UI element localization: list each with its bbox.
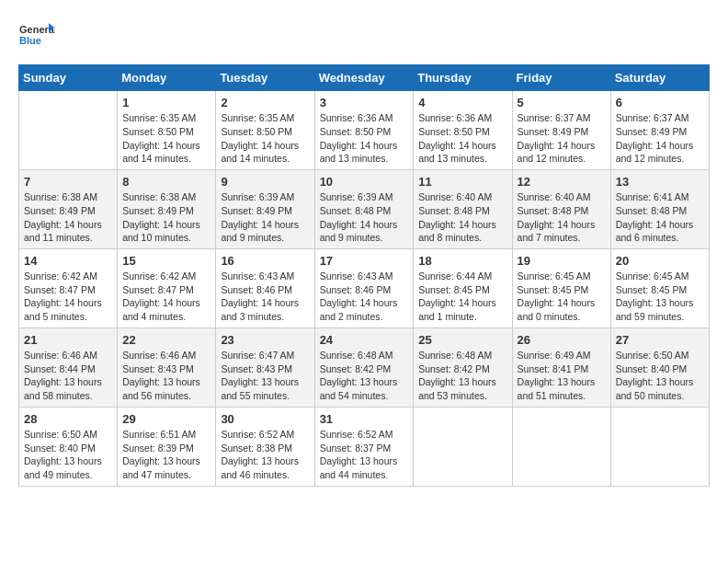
day-number: 21 [24,332,112,349]
day-info: Sunrise: 6:45 AM Sunset: 8:45 PM Dayligh… [616,270,704,324]
day-info: Sunrise: 6:38 AM Sunset: 8:49 PM Dayligh… [122,190,210,245]
day-info: Sunrise: 6:48 AM Sunset: 8:42 PM Dayligh… [418,349,506,403]
day-number: 28 [24,411,112,428]
calendar-cell: 5Sunrise: 6:37 AM Sunset: 8:49 PM Daylig… [512,91,610,170]
day-number: 9 [221,174,309,190]
calendar-cell: 10Sunrise: 6:39 AM Sunset: 8:48 PM Dayli… [314,169,414,248]
day-info: Sunrise: 6:35 AM Sunset: 8:50 PM Dayligh… [221,111,309,166]
day-number: 2 [221,95,309,111]
week-row-2: 7Sunrise: 6:38 AM Sunset: 8:49 PM Daylig… [19,169,710,248]
day-info: Sunrise: 6:52 AM Sunset: 8:38 PM Dayligh… [221,428,309,482]
col-header-monday: Monday [118,65,216,91]
day-number: 20 [616,253,704,270]
day-number: 8 [122,174,210,190]
day-info: Sunrise: 6:38 AM Sunset: 8:49 PM Dayligh… [24,190,112,245]
day-info: Sunrise: 6:42 AM Sunset: 8:47 PM Dayligh… [24,270,112,324]
calendar-cell: 29Sunrise: 6:51 AM Sunset: 8:39 PM Dayli… [118,407,216,486]
calendar-cell: 19Sunrise: 6:45 AM Sunset: 8:45 PM Dayli… [512,248,610,327]
day-info: Sunrise: 6:39 AM Sunset: 8:48 PM Dayligh… [320,190,409,245]
day-number: 26 [518,332,606,349]
day-info: Sunrise: 6:47 AM Sunset: 8:43 PM Dayligh… [221,349,309,403]
calendar-cell [19,91,118,170]
col-header-wednesday: Wednesday [314,65,414,91]
calendar-cell: 6Sunrise: 6:37 AM Sunset: 8:49 PM Daylig… [610,91,709,170]
day-info: Sunrise: 6:42 AM Sunset: 8:47 PM Dayligh… [122,270,210,324]
calendar-cell: 4Sunrise: 6:36 AM Sunset: 8:50 PM Daylig… [414,91,512,170]
day-info: Sunrise: 6:36 AM Sunset: 8:50 PM Dayligh… [320,111,409,166]
logo: General Blue [18,18,55,55]
day-number: 6 [616,95,704,111]
day-number: 4 [418,95,506,111]
day-info: Sunrise: 6:35 AM Sunset: 8:50 PM Dayligh… [122,111,210,166]
day-info: Sunrise: 6:36 AM Sunset: 8:50 PM Dayligh… [418,111,506,166]
calendar-cell: 22Sunrise: 6:46 AM Sunset: 8:43 PM Dayli… [118,327,216,407]
calendar-cell: 21Sunrise: 6:46 AM Sunset: 8:44 PM Dayli… [19,327,118,407]
day-number: 31 [320,411,409,428]
day-info: Sunrise: 6:37 AM Sunset: 8:49 PM Dayligh… [518,111,606,166]
calendar-cell: 28Sunrise: 6:50 AM Sunset: 8:40 PM Dayli… [19,407,118,486]
day-number: 10 [320,174,409,190]
day-number: 5 [518,95,606,111]
day-info: Sunrise: 6:51 AM Sunset: 8:39 PM Dayligh… [122,428,210,482]
calendar-cell: 9Sunrise: 6:39 AM Sunset: 8:49 PM Daylig… [216,169,314,248]
day-number: 29 [122,411,210,428]
day-number: 15 [122,253,210,270]
day-number: 17 [320,253,409,270]
day-number: 12 [518,174,606,190]
day-number: 22 [122,332,210,349]
col-header-saturday: Saturday [610,65,709,91]
calendar-cell: 25Sunrise: 6:48 AM Sunset: 8:42 PM Dayli… [414,327,512,407]
svg-text:Blue: Blue [19,35,41,46]
week-row-5: 28Sunrise: 6:50 AM Sunset: 8:40 PM Dayli… [19,407,710,486]
calendar-cell: 1Sunrise: 6:35 AM Sunset: 8:50 PM Daylig… [118,91,216,170]
week-row-4: 21Sunrise: 6:46 AM Sunset: 8:44 PM Dayli… [19,327,710,407]
day-info: Sunrise: 6:39 AM Sunset: 8:49 PM Dayligh… [221,190,309,245]
calendar-cell: 15Sunrise: 6:42 AM Sunset: 8:47 PM Dayli… [118,248,216,327]
day-number: 27 [616,332,704,349]
day-info: Sunrise: 6:46 AM Sunset: 8:43 PM Dayligh… [122,349,210,403]
calendar-cell [512,407,610,486]
day-number: 16 [221,253,309,270]
calendar-cell: 18Sunrise: 6:44 AM Sunset: 8:45 PM Dayli… [414,248,512,327]
calendar-cell: 11Sunrise: 6:40 AM Sunset: 8:48 PM Dayli… [414,169,512,248]
day-info: Sunrise: 6:50 AM Sunset: 8:40 PM Dayligh… [616,349,704,403]
day-info: Sunrise: 6:48 AM Sunset: 8:42 PM Dayligh… [320,349,409,403]
day-info: Sunrise: 6:37 AM Sunset: 8:49 PM Dayligh… [616,111,704,166]
calendar-cell: 2Sunrise: 6:35 AM Sunset: 8:50 PM Daylig… [216,91,314,170]
day-info: Sunrise: 6:40 AM Sunset: 8:48 PM Dayligh… [418,190,506,245]
calendar-cell: 3Sunrise: 6:36 AM Sunset: 8:50 PM Daylig… [314,91,414,170]
day-info: Sunrise: 6:45 AM Sunset: 8:45 PM Dayligh… [518,270,606,324]
col-header-tuesday: Tuesday [216,65,314,91]
calendar-cell: 20Sunrise: 6:45 AM Sunset: 8:45 PM Dayli… [610,248,709,327]
day-number: 24 [320,332,409,349]
calendar-cell: 14Sunrise: 6:42 AM Sunset: 8:47 PM Dayli… [19,248,118,327]
calendar-cell: 27Sunrise: 6:50 AM Sunset: 8:40 PM Dayli… [610,327,709,407]
col-header-sunday: Sunday [19,65,118,91]
calendar-cell: 23Sunrise: 6:47 AM Sunset: 8:43 PM Dayli… [216,327,314,407]
calendar-header-row: SundayMondayTuesdayWednesdayThursdayFrid… [19,65,710,91]
day-number: 30 [221,411,309,428]
day-info: Sunrise: 6:52 AM Sunset: 8:37 PM Dayligh… [320,428,409,482]
day-number: 3 [320,95,409,111]
day-number: 14 [24,253,112,270]
day-info: Sunrise: 6:43 AM Sunset: 8:46 PM Dayligh… [320,270,409,324]
day-info: Sunrise: 6:43 AM Sunset: 8:46 PM Dayligh… [221,270,309,324]
day-number: 7 [24,174,112,190]
calendar-cell: 31Sunrise: 6:52 AM Sunset: 8:37 PM Dayli… [314,407,414,486]
logo-svg: General Blue [18,18,55,55]
calendar-cell: 13Sunrise: 6:41 AM Sunset: 8:48 PM Dayli… [610,169,709,248]
calendar-cell: 17Sunrise: 6:43 AM Sunset: 8:46 PM Dayli… [314,248,414,327]
calendar-cell: 24Sunrise: 6:48 AM Sunset: 8:42 PM Dayli… [314,327,414,407]
page-header: General Blue [18,18,710,55]
day-number: 18 [418,253,506,270]
col-header-thursday: Thursday [414,65,512,91]
day-number: 23 [221,332,309,349]
calendar-cell [414,407,512,486]
day-number: 11 [418,174,506,190]
day-number: 19 [518,253,606,270]
calendar-table: SundayMondayTuesdayWednesdayThursdayFrid… [18,64,710,487]
day-info: Sunrise: 6:46 AM Sunset: 8:44 PM Dayligh… [24,349,112,403]
day-info: Sunrise: 6:50 AM Sunset: 8:40 PM Dayligh… [24,428,112,482]
col-header-friday: Friday [512,65,610,91]
calendar-cell: 30Sunrise: 6:52 AM Sunset: 8:38 PM Dayli… [216,407,314,486]
